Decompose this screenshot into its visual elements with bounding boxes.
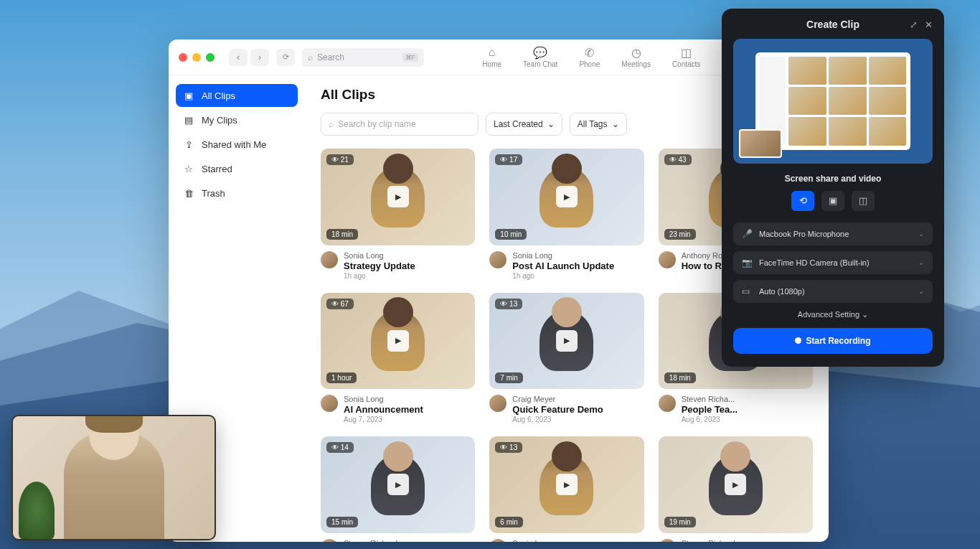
camera-feed-person — [64, 431, 164, 539]
panel-header: Create Clip ⤢ ✕ — [733, 19, 933, 30]
recording-preview — [733, 39, 933, 164]
clip-thumbnail: 👁 13 6 min ▶ — [489, 436, 644, 533]
star-icon: ☆ — [183, 163, 194, 174]
author-avatar — [321, 539, 338, 542]
mode-video-only[interactable]: ◫ — [852, 191, 875, 211]
clip-date: Aug 7, 2023 — [344, 416, 423, 423]
duration-badge: 1 hour — [326, 372, 357, 383]
search-placeholder: Search — [317, 52, 344, 62]
advanced-settings-toggle[interactable]: Advanced Setting ⌄ — [733, 310, 933, 319]
mode-screen-video[interactable]: ⟲ — [791, 191, 814, 211]
clip-date: Aug 6, 2023 — [682, 416, 738, 423]
play-icon: ▶ — [556, 330, 578, 352]
duration-badge: 6 min — [495, 517, 522, 527]
sidebar-item-starred[interactable]: ☆Starred — [176, 157, 298, 180]
clip-card[interactable]: 👁 67 1 hour ▶ Sonia Long AI Announcement… — [321, 293, 475, 424]
panel-title: Create Clip — [806, 19, 859, 30]
author-avatar — [659, 539, 676, 542]
trash-icon: 🗑 — [183, 187, 194, 199]
search-icon: ⌕ — [329, 119, 334, 129]
maximize-window[interactable] — [206, 53, 215, 62]
clip-author: Steven Richa... — [682, 395, 738, 403]
duration-badge: 10 min — [495, 229, 527, 240]
views-badge: 👁 43 — [664, 154, 692, 165]
author-avatar — [321, 395, 338, 412]
views-badge: 👁 13 — [495, 299, 522, 309]
global-search[interactable]: ⌕ Search ⌘F — [302, 48, 424, 67]
camera-select[interactable]: 📷 FaceTime HD Camera (Built-in) ⌄ — [733, 251, 933, 274]
tab-home[interactable]: ⌂Home — [482, 46, 501, 68]
clip-card[interactable]: 👁 17 10 min ▶ Sonia Long Post AI Launch … — [489, 149, 644, 280]
clip-card[interactable]: 👁 13 7 min ▶ Craig Meyer Quick Feature D… — [489, 293, 644, 424]
clip-date: 1h ago — [512, 272, 614, 280]
tab-phone[interactable]: ✆Phone — [579, 46, 600, 68]
chevron-down-icon: ⌄ — [918, 230, 924, 238]
play-icon: ▶ — [387, 330, 409, 352]
mic-icon: 🎤 — [742, 229, 752, 239]
clip-card[interactable]: 19 min ▶ Steven Richardson Benefits Anno… — [659, 436, 813, 542]
tab-team-chat[interactable]: 💬Team Chat — [523, 46, 557, 68]
camera-icon: 📷 — [742, 258, 752, 268]
clip-author: Steven Richardson — [682, 539, 788, 542]
clip-card[interactable]: 👁 21 18 min ▶ Sonia Long Strategy Update… — [321, 149, 475, 280]
sidebar-item-shared[interactable]: ⇪Shared with Me — [176, 133, 298, 156]
camera-pip-window[interactable] — [11, 415, 216, 540]
sidebar-item-all-clips[interactable]: ▣All Clips — [176, 84, 298, 107]
clip-author: Sonia Long — [512, 251, 614, 260]
clip-card[interactable]: 👁 13 6 min ▶ Sonia Long Next steps for 8… — [489, 436, 644, 542]
meetings-icon: ◷ — [629, 46, 644, 59]
chevron-down-icon: ⌄ — [918, 258, 924, 266]
clip-thumbnail: 👁 14 15 min ▶ — [321, 436, 475, 533]
quality-select[interactable]: ▭ Auto (1080p) ⌄ — [733, 280, 933, 303]
contacts-icon: ◫ — [679, 46, 694, 59]
window-controls — [179, 53, 215, 62]
clip-search-input[interactable]: ⌕Search by clip name — [321, 113, 479, 136]
clip-date: Aug 6, 2023 — [512, 416, 603, 423]
tab-contacts[interactable]: ◫Contacts — [672, 46, 700, 68]
microphone-select[interactable]: 🎤 Macbook Pro Microphone ⌄ — [733, 222, 933, 245]
close-icon[interactable]: ✕ — [925, 19, 933, 30]
clip-thumbnail: 👁 17 10 min ▶ — [489, 149, 644, 245]
play-icon: ▶ — [387, 186, 409, 207]
play-icon: ▶ — [725, 474, 746, 495]
play-icon: ▶ — [556, 186, 578, 207]
nav-back[interactable]: ‹ — [229, 49, 248, 66]
clip-card[interactable]: 👁 14 15 min ▶ Steven Richardson New Bill… — [321, 436, 475, 542]
shared-icon: ⇪ — [183, 139, 194, 150]
capture-modes: ⟲ ▣ ◫ — [733, 191, 933, 211]
home-icon: ⌂ — [485, 46, 499, 59]
sort-dropdown[interactable]: Last Created⌄ — [486, 113, 562, 136]
close-window[interactable] — [179, 53, 187, 62]
history-button[interactable]: ⟳ — [276, 49, 295, 66]
expand-icon[interactable]: ⤢ — [910, 19, 918, 30]
clip-title: Quick Feature Demo — [512, 404, 603, 415]
author-avatar — [659, 395, 676, 412]
start-recording-button[interactable]: Start Recording — [733, 328, 933, 354]
clip-date: 1h ago — [344, 272, 415, 280]
play-icon: ▶ — [556, 474, 578, 495]
tags-dropdown[interactable]: All Tags⌄ — [570, 113, 627, 136]
views-badge: 👁 21 — [326, 154, 354, 165]
sidebar-item-my-clips[interactable]: ▤My Clips — [176, 108, 298, 131]
nav-arrows: ‹ › — [229, 49, 269, 66]
clip-author: Steven Richardson — [344, 539, 433, 542]
clip-title: People Tea... — [682, 404, 738, 415]
clip-author: Sonia Long — [344, 251, 415, 260]
views-badge: 👁 13 — [495, 442, 522, 453]
record-icon — [795, 337, 801, 344]
clip-title: Strategy Update — [344, 261, 415, 271]
mode-screen-only[interactable]: ▣ — [821, 191, 844, 211]
tab-meetings[interactable]: ◷Meetings — [621, 46, 651, 68]
duration-badge: 23 min — [664, 229, 696, 240]
clip-thumbnail: 19 min ▶ — [659, 436, 813, 533]
views-badge: 👁 14 — [326, 442, 354, 453]
nav-forward[interactable]: › — [250, 49, 269, 66]
duration-badge: 18 min — [326, 229, 358, 240]
plant-decoration — [19, 482, 55, 539]
clip-title: AI Announcement — [344, 404, 423, 415]
author-avatar — [489, 251, 507, 268]
sidebar-item-trash[interactable]: 🗑Trash — [176, 182, 298, 205]
views-badge: 👁 67 — [326, 299, 354, 309]
clip-thumbnail: 👁 67 1 hour ▶ — [321, 293, 475, 390]
minimize-window[interactable] — [192, 53, 201, 62]
